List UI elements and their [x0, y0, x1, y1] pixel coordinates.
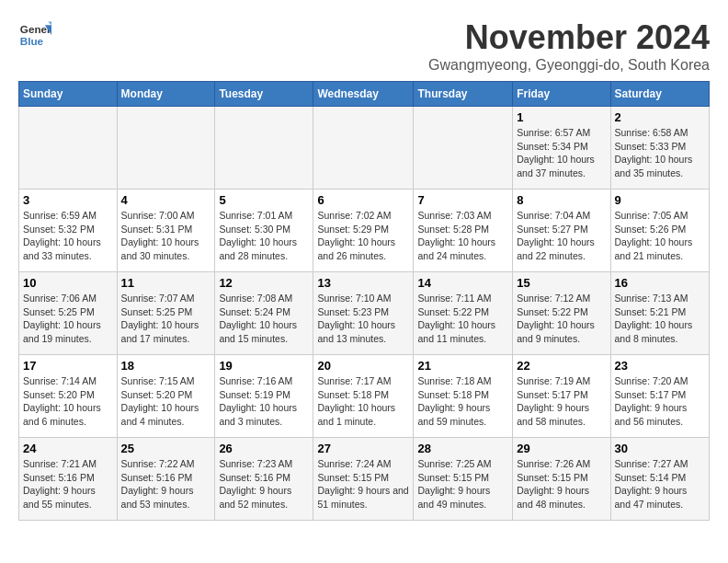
weekday-header-row: SundayMondayTuesdayWednesdayThursdayFrid…	[19, 82, 710, 107]
calendar-cell: 25Sunrise: 7:22 AM Sunset: 5:16 PM Dayli…	[117, 438, 215, 521]
weekday-header-tuesday: Tuesday	[215, 82, 313, 107]
day-number: 27	[317, 442, 409, 455]
day-number: 29	[517, 442, 606, 455]
day-number: 23	[615, 359, 705, 373]
calendar-week-row: 17Sunrise: 7:14 AM Sunset: 5:20 PM Dayli…	[19, 355, 710, 438]
day-number: 16	[615, 276, 705, 290]
day-number: 12	[219, 276, 309, 290]
calendar-cell: 1Sunrise: 6:57 AM Sunset: 5:34 PM Daylig…	[513, 107, 610, 190]
logo: General Blue	[18, 18, 51, 52]
calendar-cell: 21Sunrise: 7:18 AM Sunset: 5:18 PM Dayli…	[414, 355, 513, 438]
calendar-cell: 7Sunrise: 7:03 AM Sunset: 5:28 PM Daylig…	[414, 190, 513, 272]
day-info: Sunrise: 7:14 AM Sunset: 5:20 PM Dayligh…	[23, 374, 113, 429]
day-info: Sunrise: 7:24 AM Sunset: 5:15 PM Dayligh…	[317, 457, 409, 511]
day-info: Sunrise: 7:21 AM Sunset: 5:16 PM Dayligh…	[23, 457, 113, 511]
day-number: 3	[23, 193, 113, 207]
day-info: Sunrise: 7:26 AM Sunset: 5:15 PM Dayligh…	[517, 457, 606, 511]
day-info: Sunrise: 7:07 AM Sunset: 5:25 PM Dayligh…	[121, 292, 211, 346]
day-number: 20	[317, 359, 409, 373]
day-info: Sunrise: 7:04 AM Sunset: 5:27 PM Dayligh…	[517, 209, 606, 263]
day-number: 19	[219, 359, 309, 373]
page-header: General Blue November 2024 Gwangmyeong, …	[18, 18, 710, 74]
calendar-cell: 5Sunrise: 7:01 AM Sunset: 5:30 PM Daylig…	[215, 190, 313, 272]
day-number: 24	[23, 442, 113, 455]
day-number: 26	[219, 442, 309, 455]
calendar-cell: 29Sunrise: 7:26 AM Sunset: 5:15 PM Dayli…	[513, 438, 610, 521]
calendar-cell: 10Sunrise: 7:06 AM Sunset: 5:25 PM Dayli…	[19, 272, 118, 355]
day-number: 15	[517, 276, 606, 290]
weekday-header-sunday: Sunday	[19, 82, 118, 107]
calendar-table: SundayMondayTuesdayWednesdayThursdayFrid…	[18, 81, 710, 521]
calendar-week-row: 10Sunrise: 7:06 AM Sunset: 5:25 PM Dayli…	[19, 272, 710, 355]
day-info: Sunrise: 7:16 AM Sunset: 5:19 PM Dayligh…	[219, 374, 309, 429]
calendar-cell	[117, 107, 215, 190]
calendar-cell: 11Sunrise: 7:07 AM Sunset: 5:25 PM Dayli…	[117, 272, 215, 355]
calendar-cell: 17Sunrise: 7:14 AM Sunset: 5:20 PM Dayli…	[19, 355, 118, 438]
day-info: Sunrise: 6:58 AM Sunset: 5:33 PM Dayligh…	[615, 126, 705, 180]
calendar-week-row: 3Sunrise: 6:59 AM Sunset: 5:32 PM Daylig…	[19, 190, 710, 272]
day-number: 9	[615, 193, 705, 207]
calendar-cell	[19, 107, 118, 190]
weekday-header-monday: Monday	[117, 82, 215, 107]
weekday-header-thursday: Thursday	[414, 82, 513, 107]
day-info: Sunrise: 7:23 AM Sunset: 5:16 PM Dayligh…	[219, 457, 309, 511]
day-number: 17	[23, 359, 113, 373]
day-number: 14	[417, 276, 508, 290]
location-subtitle: Gwangmyeong, Gyeonggi-do, South Korea	[428, 57, 710, 74]
calendar-cell: 19Sunrise: 7:16 AM Sunset: 5:19 PM Dayli…	[215, 355, 313, 438]
calendar-cell: 23Sunrise: 7:20 AM Sunset: 5:17 PM Dayli…	[610, 355, 709, 438]
calendar-cell	[313, 107, 414, 190]
calendar-week-row: 1Sunrise: 6:57 AM Sunset: 5:34 PM Daylig…	[19, 107, 710, 190]
day-info: Sunrise: 6:57 AM Sunset: 5:34 PM Dayligh…	[517, 126, 606, 180]
day-info: Sunrise: 7:17 AM Sunset: 5:18 PM Dayligh…	[317, 374, 409, 429]
calendar-cell: 15Sunrise: 7:12 AM Sunset: 5:22 PM Dayli…	[513, 272, 610, 355]
calendar-cell: 12Sunrise: 7:08 AM Sunset: 5:24 PM Dayli…	[215, 272, 313, 355]
day-info: Sunrise: 7:03 AM Sunset: 5:28 PM Dayligh…	[417, 209, 508, 263]
logo-icon: General Blue	[18, 18, 51, 52]
calendar-cell: 24Sunrise: 7:21 AM Sunset: 5:16 PM Dayli…	[19, 438, 118, 521]
calendar-cell: 27Sunrise: 7:24 AM Sunset: 5:15 PM Dayli…	[313, 438, 414, 521]
weekday-header-saturday: Saturday	[610, 82, 709, 107]
day-info: Sunrise: 7:00 AM Sunset: 5:31 PM Dayligh…	[121, 209, 211, 263]
day-info: Sunrise: 7:12 AM Sunset: 5:22 PM Dayligh…	[517, 292, 606, 346]
calendar-cell	[414, 107, 513, 190]
svg-text:Blue: Blue	[20, 35, 44, 47]
day-info: Sunrise: 7:08 AM Sunset: 5:24 PM Dayligh…	[219, 292, 309, 346]
day-number: 1	[517, 110, 606, 124]
day-number: 5	[219, 193, 309, 207]
day-info: Sunrise: 7:15 AM Sunset: 5:20 PM Dayligh…	[121, 374, 211, 429]
day-info: Sunrise: 7:02 AM Sunset: 5:29 PM Dayligh…	[317, 209, 409, 263]
calendar-cell: 14Sunrise: 7:11 AM Sunset: 5:22 PM Dayli…	[414, 272, 513, 355]
calendar-cell: 22Sunrise: 7:19 AM Sunset: 5:17 PM Dayli…	[513, 355, 610, 438]
calendar-cell: 20Sunrise: 7:17 AM Sunset: 5:18 PM Dayli…	[313, 355, 414, 438]
day-number: 10	[23, 276, 113, 290]
calendar-cell: 3Sunrise: 6:59 AM Sunset: 5:32 PM Daylig…	[19, 190, 118, 272]
day-number: 21	[417, 359, 508, 373]
day-info: Sunrise: 7:22 AM Sunset: 5:16 PM Dayligh…	[121, 457, 211, 511]
calendar-cell: 18Sunrise: 7:15 AM Sunset: 5:20 PM Dayli…	[117, 355, 215, 438]
day-number: 8	[517, 193, 606, 207]
day-number: 25	[121, 442, 211, 455]
day-number: 30	[615, 442, 705, 455]
weekday-header-wednesday: Wednesday	[313, 82, 414, 107]
day-number: 2	[615, 110, 705, 124]
svg-text:General: General	[20, 23, 51, 35]
calendar-cell	[215, 107, 313, 190]
day-number: 13	[317, 276, 409, 290]
calendar-cell: 4Sunrise: 7:00 AM Sunset: 5:31 PM Daylig…	[117, 190, 215, 272]
calendar-cell: 30Sunrise: 7:27 AM Sunset: 5:14 PM Dayli…	[610, 438, 709, 521]
day-info: Sunrise: 7:18 AM Sunset: 5:18 PM Dayligh…	[417, 374, 508, 429]
day-info: Sunrise: 6:59 AM Sunset: 5:32 PM Dayligh…	[23, 209, 113, 263]
calendar-cell: 13Sunrise: 7:10 AM Sunset: 5:23 PM Dayli…	[313, 272, 414, 355]
day-number: 6	[317, 193, 409, 207]
day-number: 4	[121, 193, 211, 207]
weekday-header-friday: Friday	[513, 82, 610, 107]
month-title: November 2024	[428, 18, 710, 57]
day-info: Sunrise: 7:05 AM Sunset: 5:26 PM Dayligh…	[615, 209, 705, 263]
calendar-cell: 6Sunrise: 7:02 AM Sunset: 5:29 PM Daylig…	[313, 190, 414, 272]
calendar-cell: 2Sunrise: 6:58 AM Sunset: 5:33 PM Daylig…	[610, 107, 709, 190]
day-info: Sunrise: 7:01 AM Sunset: 5:30 PM Dayligh…	[219, 209, 309, 263]
day-info: Sunrise: 7:11 AM Sunset: 5:22 PM Dayligh…	[417, 292, 508, 346]
day-number: 22	[517, 359, 606, 373]
calendar-cell: 26Sunrise: 7:23 AM Sunset: 5:16 PM Dayli…	[215, 438, 313, 521]
